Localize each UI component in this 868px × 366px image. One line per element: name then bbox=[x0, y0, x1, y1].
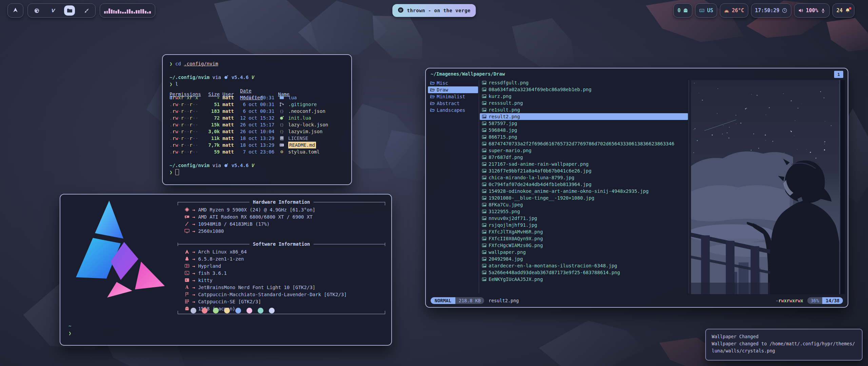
image-file-icon-wrap bbox=[482, 189, 489, 194]
file-date: 26 oct 15:17 bbox=[240, 121, 275, 128]
sidebar-item-draw[interactable]: Draw bbox=[428, 86, 478, 93]
selected-filename: result2.png bbox=[489, 298, 519, 303]
tab-badge[interactable]: 1 bbox=[834, 71, 843, 78]
fetch-info-value: 6.5.8-zen1-1-zen bbox=[198, 256, 244, 262]
file-item[interactable]: 3122955.png bbox=[480, 208, 688, 215]
file-date: 18 oct 13:29 bbox=[240, 142, 275, 148]
file-item[interactable]: kurz.png bbox=[480, 93, 688, 100]
file-item[interactable]: 596848.jpg bbox=[480, 127, 688, 134]
file-item[interactable]: 20492984.jpg bbox=[480, 256, 688, 262]
media-player-pill[interactable]: thrown - on the verge bbox=[392, 4, 476, 17]
file-item[interactable]: FXfcJlTXgAMvH6R.png bbox=[480, 228, 688, 235]
notification-popup[interactable]: Wallpaper Changed Wallpaper changed to /… bbox=[705, 329, 863, 361]
file-item[interactable]: 154928-odinokoe_anime-art-anime-okno-sin… bbox=[480, 188, 688, 195]
file-size: 72 bbox=[203, 115, 220, 121]
file-item[interactable]: result2.png bbox=[480, 113, 688, 120]
fetch-info-row: →fish 3.6.1 bbox=[182, 269, 385, 277]
file-owner: matt bbox=[222, 101, 237, 108]
file-item[interactable]: nnvuv0xj2df71.jpg bbox=[480, 215, 688, 222]
vim-icon: V bbox=[50, 8, 56, 14]
file-item[interactable]: 3126f7e9bbf21a8a4af0b67b041c6e26.jpg bbox=[480, 167, 688, 174]
file-item[interactable]: 866715.png bbox=[480, 134, 688, 140]
visualizer-bar bbox=[113, 10, 115, 14]
file-item[interactable]: 587597.jpg bbox=[480, 120, 688, 127]
cwd-path: ~ bbox=[68, 323, 71, 330]
file-name: 20492984.jpg bbox=[489, 256, 523, 262]
file-owner: matt bbox=[222, 115, 237, 121]
palette-dot bbox=[191, 308, 196, 313]
gear-icon: ⚙ bbox=[279, 149, 284, 154]
file-name: 08a634fa02a32364f69ebc86a98eb1eb.png bbox=[489, 87, 591, 92]
file-name: 154928-odinokoe_anime-art-anime-okno-sin… bbox=[489, 188, 649, 194]
launcher-button[interactable] bbox=[7, 3, 23, 18]
widget-clock[interactable]: 17:50:29 bbox=[751, 3, 791, 18]
notification-dot bbox=[849, 7, 851, 9]
file-size: 11k bbox=[203, 135, 220, 142]
arrow-icon: → bbox=[192, 292, 195, 297]
file-item[interactable]: wallpaper.png bbox=[480, 249, 688, 256]
terminal-blank-line bbox=[170, 67, 344, 74]
sidebar-item-abstract[interactable]: Abstract bbox=[428, 100, 478, 107]
file-item[interactable]: 68747470733a2f2f696d616765732d7769786d70… bbox=[480, 140, 688, 147]
palette-dot bbox=[269, 308, 275, 313]
file-name: 3122955.png bbox=[489, 209, 520, 214]
image-icon bbox=[482, 236, 487, 241]
svg-text:V: V bbox=[51, 8, 56, 13]
file-item[interactable]: 8FKa7Cu.jpeg bbox=[480, 201, 688, 208]
widget-volume[interactable]: 100% bbox=[794, 3, 830, 18]
workspace-brush[interactable] bbox=[82, 5, 91, 16]
image-icon bbox=[482, 107, 487, 112]
fetch-info-row: →kitty bbox=[182, 277, 385, 284]
lua-icon bbox=[224, 75, 229, 80]
widget-keyboard-layout[interactable]: US bbox=[695, 3, 717, 18]
directory-name: Abstract bbox=[437, 101, 459, 106]
file-name: 0c794faf07de24a4db4d4fb1eb813964.jpg bbox=[489, 182, 591, 187]
file-item[interactable]: re1sult.png bbox=[480, 106, 688, 113]
terminal-output: ❯ cd .config/nvim ~/.config/nvim via v5.… bbox=[163, 55, 351, 181]
file-item[interactable]: EeNKYgIUcAAJ5JX.png bbox=[480, 276, 688, 283]
wm-icon bbox=[184, 263, 190, 268]
palette-dot bbox=[224, 308, 230, 313]
widget-label: 0 bbox=[677, 7, 680, 14]
file-item[interactable]: FXfcHgcWIAMzs0G.png bbox=[480, 242, 688, 249]
visualizer-bar bbox=[108, 8, 110, 14]
image-file-icon-wrap bbox=[482, 101, 489, 105]
sidebar-item-minimalist[interactable]: Minimalist bbox=[428, 93, 478, 100]
file-item[interactable]: 217167-sad-anime-rain-wallpaper.png bbox=[480, 161, 688, 167]
file-date: 26 oct 10:04 bbox=[240, 128, 275, 135]
file-item[interactable]: ressdfgult.png bbox=[480, 79, 688, 86]
clock-icon-wrap bbox=[782, 8, 787, 13]
file-item[interactable]: FXfcII0X0AQyn9X.png bbox=[480, 235, 688, 242]
file-item[interactable]: resssult.png bbox=[480, 100, 688, 106]
sidebar-item-landscapes[interactable]: Landscapes bbox=[428, 107, 478, 114]
visualizer-bar bbox=[147, 12, 149, 14]
sidebar-item-misc[interactable]: Misc bbox=[428, 80, 478, 86]
file-name: 87r687df.png bbox=[489, 155, 523, 160]
file-item[interactable]: super-mario.png bbox=[480, 147, 688, 154]
scroll-progress: 36% bbox=[807, 297, 822, 304]
font-icon: A bbox=[184, 285, 190, 290]
file-item[interactable]: 5a266e448add93deab367d87173e9f25-6837886… bbox=[480, 269, 688, 276]
git-icon bbox=[279, 102, 284, 107]
file-item[interactable]: rsjqojlmjhf91.jpg bbox=[480, 222, 688, 228]
visualizer-bar bbox=[140, 9, 142, 14]
file-name: lua bbox=[288, 94, 297, 101]
widget-notifications[interactable]: 24 bbox=[832, 3, 854, 18]
file-item[interactable]: chica-mirando-la-luna-8799.jpg bbox=[480, 174, 688, 181]
terminal-icon bbox=[184, 278, 190, 283]
file-manager-body: MiscDrawMinimalistAbstractLandscapes res… bbox=[428, 79, 846, 294]
file-item[interactable]: 08a634fa02a32364f69ebc86a98eb1eb.png bbox=[480, 86, 688, 93]
widget-updates[interactable]: 0 bbox=[673, 3, 692, 18]
audio-visualizer bbox=[100, 3, 155, 18]
file-item[interactable]: 19201080-__blue-tinge__-1920×1080.jpg bbox=[480, 195, 688, 201]
workspace-vim[interactable]: V bbox=[48, 5, 57, 16]
file-item[interactable]: 0c794faf07de24a4db4d4fb1eb813964.jpg bbox=[480, 181, 688, 188]
file-item[interactable]: 87r687df.png bbox=[480, 154, 688, 161]
file-item[interactable]: atardecer-en-la-montanas-ilustracion-634… bbox=[480, 262, 688, 269]
workspace-firefox[interactable] bbox=[32, 5, 41, 16]
image-icon bbox=[482, 229, 487, 234]
fetch-info-row: →10948MiB / 64183MiB (17%) bbox=[182, 220, 385, 227]
pacman-ghost-icon bbox=[184, 306, 190, 311]
workspace-folder[interactable] bbox=[64, 5, 75, 16]
widget-weather[interactable]: 26°C bbox=[720, 3, 748, 18]
